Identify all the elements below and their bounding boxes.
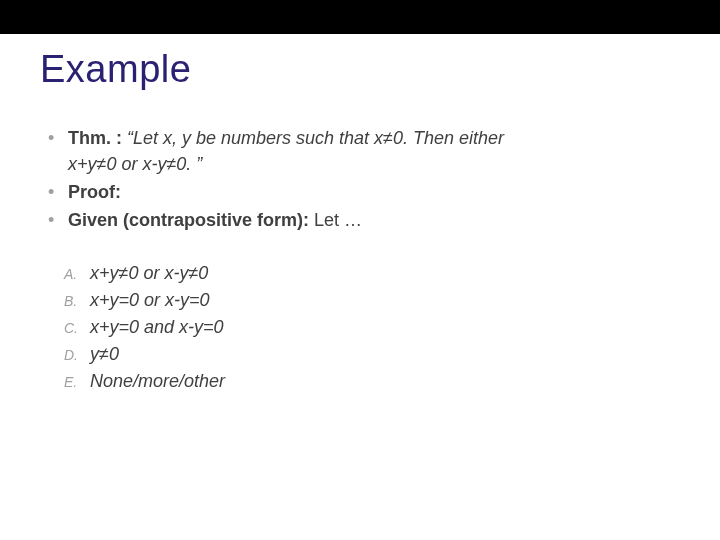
option-a: A. x+y≠0 or x-y≠0 (64, 263, 680, 284)
option-text: x+y=0 or x-y=0 (90, 290, 210, 311)
thm-line2: x+y≠0 or x-y≠0. ” (68, 154, 202, 174)
bullet-list: • Thm. : “Let x, y be numbers such that … (48, 125, 680, 233)
bullet-given: • Given (contrapositive form): Let … (48, 207, 680, 233)
proof-text: Proof: (68, 179, 680, 205)
given-label: Given (contrapositive form): (68, 210, 309, 230)
option-b: B. x+y=0 or x-y=0 (64, 290, 680, 311)
bullet-dot-icon: • (48, 125, 60, 151)
theorem-text: Thm. : “Let x, y be numbers such that x≠… (68, 125, 680, 177)
option-text: None/more/other (90, 371, 225, 392)
slide-title: Example (40, 48, 680, 91)
bullet-proof: • Proof: (48, 179, 680, 205)
option-d: D. y≠0 (64, 344, 680, 365)
bullet-dot-icon: • (48, 207, 60, 233)
slide-content: Example • Thm. : “Let x, y be numbers su… (0, 34, 720, 392)
top-black-bar (0, 0, 720, 34)
option-letter: A. (64, 266, 90, 282)
option-letter: C. (64, 320, 90, 336)
thm-line1: “Let x, y be numbers such that x≠0. Then… (122, 128, 504, 148)
option-c: C. x+y=0 and x-y=0 (64, 317, 680, 338)
option-text: y≠0 (90, 344, 119, 365)
option-letter: B. (64, 293, 90, 309)
option-letter: E. (64, 374, 90, 390)
proof-label: Proof: (68, 182, 121, 202)
given-text: Given (contrapositive form): Let … (68, 207, 680, 233)
bullet-theorem: • Thm. : “Let x, y be numbers such that … (48, 125, 680, 177)
given-rest: Let … (309, 210, 362, 230)
options-list: A. x+y≠0 or x-y≠0 B. x+y=0 or x-y=0 C. x… (64, 263, 680, 392)
option-text: x+y≠0 or x-y≠0 (90, 263, 208, 284)
option-e: E. None/more/other (64, 371, 680, 392)
bullet-dot-icon: • (48, 179, 60, 205)
thm-label: Thm. : (68, 128, 122, 148)
option-text: x+y=0 and x-y=0 (90, 317, 224, 338)
option-letter: D. (64, 347, 90, 363)
